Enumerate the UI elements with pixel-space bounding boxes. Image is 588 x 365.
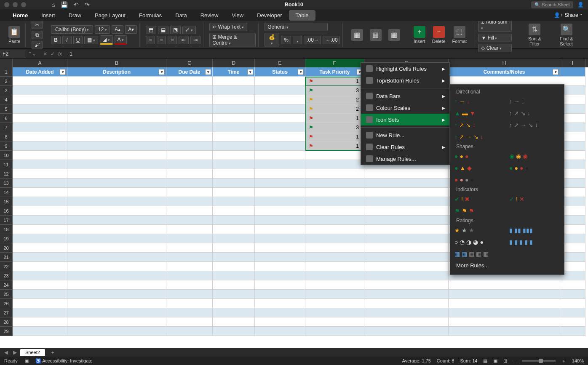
cell-E29[interactable]: [255, 327, 305, 336]
iconset-4trafficlights[interactable]: ●●●●: [509, 165, 556, 171]
format-table-button[interactable]: ▦: [367, 28, 384, 42]
indent-decrease-button[interactable]: ⇤: [179, 36, 189, 44]
zoom-in-button[interactable]: ＋: [561, 358, 566, 364]
iconset-3arrows-gray[interactable]: ↑→↓: [509, 98, 556, 105]
select-all-corner[interactable]: [0, 59, 13, 67]
cf-menu-colour-scales[interactable]: Colour Scales▶: [361, 102, 449, 114]
cell-A23[interactable]: [13, 271, 67, 280]
iconset-3trafficlights-rimmed[interactable]: ◉◉◉: [509, 153, 556, 160]
cell-A2[interactable]: [13, 77, 67, 86]
delete-cells-button[interactable]: －Delete: [430, 25, 448, 45]
bold-button[interactable]: B: [51, 36, 61, 44]
cell-A27[interactable]: [13, 308, 67, 317]
iconset-3flags[interactable]: ⚑⚑⚑: [454, 208, 501, 214]
cell-D14[interactable]: [213, 188, 255, 197]
cell-F27[interactable]: [305, 308, 364, 317]
cell-D9[interactable]: [213, 141, 255, 151]
cell-G25[interactable]: [364, 290, 449, 299]
cell-E26[interactable]: [255, 299, 305, 308]
cell-F1[interactable]: Task Priority▾: [305, 67, 364, 77]
increase-decimal-button[interactable]: .00→: [304, 36, 321, 44]
cell-C18[interactable]: [166, 225, 213, 234]
cell-H26[interactable]: [449, 299, 560, 308]
sheet-tab-active[interactable]: Sheet2: [20, 349, 45, 356]
cell-G27[interactable]: [364, 308, 449, 317]
cell-I27[interactable]: [560, 308, 585, 317]
cell-B22[interactable]: [67, 262, 166, 271]
name-box-expand[interactable]: ⌃⌄: [25, 51, 39, 57]
cell-D26[interactable]: [213, 299, 255, 308]
conditional-formatting-button[interactable]: ▦: [349, 28, 366, 42]
cell-H29[interactable]: [449, 327, 560, 336]
comma-button[interactable]: ,: [293, 36, 302, 44]
cell-C10[interactable]: [166, 151, 213, 160]
borders-button[interactable]: ▦: [84, 36, 98, 44]
share-button[interactable]: 👤+ Share ⌃: [554, 12, 583, 18]
search-sheet-input[interactable]: 🔍 Search Sheet: [531, 1, 573, 8]
cell-F6[interactable]: ⚑1: [305, 114, 364, 123]
cell-G29[interactable]: [364, 327, 449, 336]
cell-B7[interactable]: [67, 123, 166, 132]
zoom-level[interactable]: 140%: [572, 358, 584, 363]
cell-C13[interactable]: [166, 179, 213, 188]
clear-button[interactable]: ◇ Clear: [478, 44, 512, 52]
cell-C11[interactable]: [166, 160, 213, 169]
fill-button[interactable]: ▼ Fill: [478, 34, 512, 42]
cell-E28[interactable]: [255, 317, 305, 327]
filter-D[interactable]: ▾: [247, 69, 253, 75]
cell-B23[interactable]: [67, 271, 166, 280]
cell-C23[interactable]: [166, 271, 213, 280]
cell-H27[interactable]: [449, 308, 560, 317]
tab-page-layout[interactable]: Page Layout: [88, 10, 132, 21]
filter-H[interactable]: ▾: [553, 69, 559, 75]
cell-styles-button[interactable]: ▦: [386, 28, 403, 42]
cell-I1[interactable]: [560, 67, 585, 77]
cell-C8[interactable]: [166, 132, 213, 141]
cell-B9[interactable]: [67, 141, 166, 151]
cell-H1[interactable]: Comments/Notes▾: [449, 67, 560, 77]
row-header-1[interactable]: 1: [0, 67, 13, 77]
cell-A25[interactable]: [13, 290, 67, 299]
cell-F2[interactable]: ⚑1: [305, 77, 364, 86]
decrease-font-button[interactable]: A▾: [125, 25, 137, 34]
row-header-22[interactable]: 22: [0, 262, 13, 271]
cell-E4[interactable]: [255, 95, 305, 104]
cell-B2[interactable]: [67, 77, 166, 86]
row-header-23[interactable]: 23: [0, 271, 13, 280]
cell-B11[interactable]: [67, 160, 166, 169]
cf-menu-clear-rules[interactable]: Clear Rules▶: [361, 141, 449, 153]
iconset-redtoblack[interactable]: ●●●●: [454, 176, 501, 183]
cell-I26[interactable]: [560, 299, 585, 308]
cell-B18[interactable]: [67, 225, 166, 234]
cell-F24[interactable]: [305, 280, 364, 290]
row-header-16[interactable]: 16: [0, 206, 13, 216]
row-header-26[interactable]: 26: [0, 299, 13, 308]
col-header-H[interactable]: H: [449, 59, 560, 67]
cell-F23[interactable]: [305, 271, 364, 280]
cell-G17[interactable]: [364, 216, 449, 225]
cell-C20[interactable]: [166, 243, 213, 253]
cell-D5[interactable]: [213, 104, 255, 114]
row-header-19[interactable]: 19: [0, 234, 13, 243]
cell-D7[interactable]: [213, 123, 255, 132]
cell-F20[interactable]: [305, 243, 364, 253]
cell-E1[interactable]: Status▾: [255, 67, 305, 77]
add-sheet-button[interactable]: ＋: [47, 349, 59, 356]
iconset-5ratings[interactable]: ▮▮▮▮▮: [509, 239, 556, 245]
cell-D8[interactable]: [213, 132, 255, 141]
cell-B4[interactable]: [67, 95, 166, 104]
cell-A19[interactable]: [13, 234, 67, 243]
cell-G26[interactable]: [364, 299, 449, 308]
iconset-5arrows-colored[interactable]: ↑↗→↘↓: [454, 133, 501, 140]
cell-F7[interactable]: ⚑3: [305, 123, 364, 132]
row-header-4[interactable]: 4: [0, 95, 13, 104]
status-macro-icon[interactable]: ▣: [24, 358, 29, 364]
cell-E17[interactable]: [255, 216, 305, 225]
orientation-button[interactable]: ⤢: [182, 26, 196, 34]
cell-E3[interactable]: [255, 86, 305, 95]
cf-menu-new-rule-[interactable]: New Rule...: [361, 129, 449, 141]
cell-F14[interactable]: [305, 188, 364, 197]
cell-F19[interactable]: [305, 234, 364, 243]
cell-D18[interactable]: [213, 225, 255, 234]
cell-E14[interactable]: [255, 188, 305, 197]
